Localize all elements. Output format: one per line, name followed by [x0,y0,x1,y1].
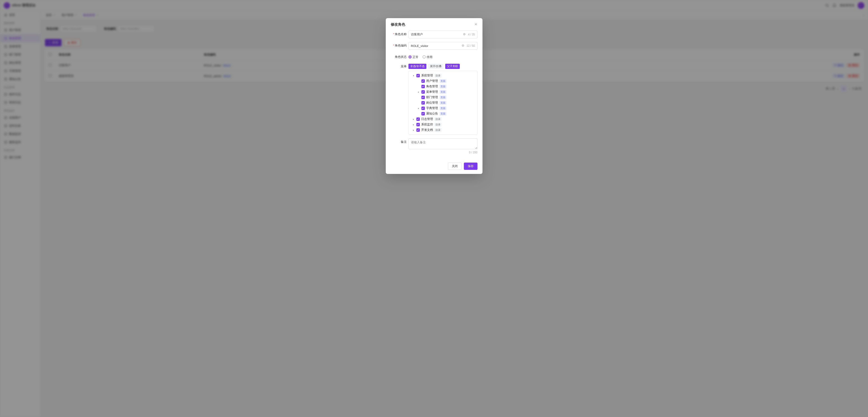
tree-node-tag: 页面 [439,101,446,105]
tree-checkbox[interactable] [422,90,425,94]
role-code-input[interactable] [411,44,462,47]
tree-checkbox[interactable] [416,117,420,121]
tree-checkbox[interactable] [422,85,425,88]
tree-node: ▸岗位管理页面 [409,100,476,105]
tree-node-tag: 目录 [434,74,442,77]
tree-node-tag: 页面 [439,112,446,116]
tree-node-label: 系统监控 [421,123,433,127]
tree-checkbox[interactable] [422,96,425,99]
remark-label: 备注 [401,140,407,143]
tree-node-tag: 目录 [434,117,442,121]
tree-caret-icon[interactable]: ▸ [412,124,415,126]
tree-node-tag: 目录 [434,123,442,127]
close-icon[interactable] [474,23,477,27]
clear-code-icon[interactable] [462,44,464,47]
tree-node: ▾系统管理目录 [409,73,476,78]
tree-checkbox[interactable] [422,112,425,115]
tree-caret-icon[interactable]: ▸ [412,118,415,120]
tree-caret-icon[interactable]: ▸ [417,107,420,109]
tree-node-label: 角色管理 [426,84,438,89]
tree-checkbox[interactable] [422,107,425,110]
tree-node: ▸角色管理页面 [409,84,476,89]
tree-node-label: 菜单管理 [426,90,438,94]
role-code-input-wrap: 12 / 50 [408,42,477,50]
tree-node-tag: 页面 [439,79,446,83]
tree-node: ▸用户管理页面 [409,78,476,84]
code-label: 角色编码 [395,44,407,47]
tree-node-tag: 页面 [439,96,446,99]
remark-textarea[interactable] [408,138,477,149]
tree-node-tag: 页面 [439,106,446,110]
tree-node-tag: 页面 [439,90,446,94]
status-label: 角色状态 [395,55,407,59]
edit-role-modal: 修改角色 *角色名称 4 / 35 [386,18,483,174]
chip-parent-child[interactable]: 父子关联 [445,64,460,69]
tree-node: ▸开发文档目录 [409,127,476,133]
tree-node: ▸部门管理页面 [409,95,476,100]
tree-node-tag: 目录 [434,128,442,132]
tree-node-label: 系统管理 [421,73,433,77]
tree-caret-icon[interactable]: ▸ [412,129,415,131]
tree-node: ▸日志管理目录 [409,116,476,122]
tree-node-label: 用户管理 [426,79,438,83]
tree-node-label: 开发文档 [421,128,433,132]
code-counter: 12 / 50 [467,44,475,47]
tree-node-label: 日志管理 [421,117,433,121]
name-counter: 4 / 35 [468,33,475,36]
cancel-button[interactable]: 关闭 [448,163,462,170]
modal-title: 修改角色 [391,22,405,27]
tree-node: ▸菜单管理页面 [409,89,476,95]
chip-expand[interactable]: 展开/折叠 [428,64,443,69]
tree-node-tag: 页面 [439,84,446,89]
save-button[interactable]: 保存 [464,163,477,170]
tree-checkbox[interactable] [416,74,420,77]
name-label: 角色名称 [395,32,407,36]
tree-caret-icon[interactable]: ▸ [417,91,420,93]
clear-name-icon[interactable] [463,33,466,36]
role-name-input-wrap: 4 / 35 [408,31,477,38]
tree-checkbox[interactable] [416,123,420,126]
tree-node: ▸通知公告页面 [409,111,476,116]
tree-checkbox[interactable] [416,128,420,132]
tree-node: ▸字典管理页面 [409,105,476,111]
status-disabled-radio[interactable]: 停用 [423,55,433,59]
role-name-input[interactable] [411,33,463,36]
modal-overlay[interactable]: 修改角色 *角色名称 4 / 35 [0,0,868,417]
tree-caret-icon[interactable]: ▾ [412,74,415,77]
menu-label: 菜单 [401,65,407,68]
chip-select-all[interactable]: 全选/全不选 [408,64,426,69]
tree-checkbox[interactable] [422,79,425,83]
tree-node-label: 岗位管理 [426,101,438,105]
tree-node-label: 字典管理 [426,106,438,110]
tree-checkbox[interactable] [422,101,425,105]
tree-node-label: 通知公告 [426,111,438,116]
menu-tree: ▾系统管理目录▸用户管理页面▸角色管理页面▸菜单管理页面▸部门管理页面▸岗位管理… [408,71,477,135]
tree-node: ▸系统监控目录 [409,122,476,127]
remark-counter: 0 / 200 [408,151,477,154]
tree-node-label: 部门管理 [426,95,438,99]
status-normal-radio[interactable]: 正常 [408,55,418,59]
